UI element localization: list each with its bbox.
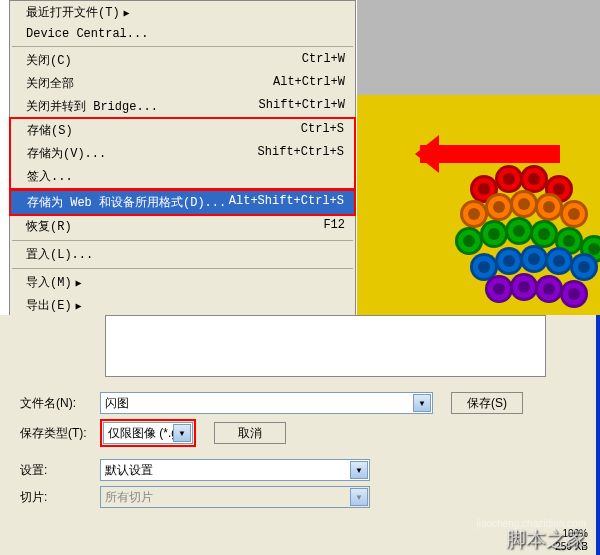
filename-value: 闪图 [105,395,129,412]
type-select[interactable]: 仅限图像 (*.gif)▼ [103,422,193,444]
label: 关闭并转到 Bridge... [26,98,158,115]
menu-close-all[interactable]: 关闭全部Alt+Ctrl+W [10,72,355,95]
menu-export[interactable]: 导出(E)▶ [10,294,355,317]
separator [12,240,353,241]
annotation-arrow-left [420,145,560,163]
shortcut: F12 [323,218,345,235]
menu-close[interactable]: 关闭(C)Ctrl+W [10,49,355,72]
menu-save-as[interactable]: 存储为(V)...Shift+Ctrl+S [11,142,354,165]
file-browser-area [105,315,546,377]
label: 关闭全部 [26,75,74,92]
label: 最近打开文件(T) [26,6,120,20]
filename-input[interactable]: 闪图▼ [100,392,433,414]
label: 关闭(C) [26,52,72,69]
dropdown-icon[interactable]: ▼ [413,394,431,412]
label: 导入(M) [26,276,72,290]
settings-value: 默认设置 [105,462,153,479]
filename-label: 文件名(N): [10,395,100,412]
slice-select: 所有切片▼ [100,486,370,508]
separator [12,46,353,47]
dropdown-icon: ▼ [350,488,368,506]
settings-label: 设置: [10,462,100,479]
shortcut: Shift+Ctrl+W [259,98,345,115]
type-label: 保存类型(T): [10,425,100,442]
slice-value: 所有切片 [105,489,153,506]
menu-place[interactable]: 置入(L)... [10,243,355,266]
shortcut: Alt+Ctrl+W [273,75,345,92]
canvas-image [357,95,600,315]
canvas-gray [357,0,600,95]
shortcut: Ctrl+W [302,52,345,69]
menu-checkin[interactable]: 签入... [11,165,354,188]
slice-label: 切片: [10,489,100,506]
label: 存储为(V)... [27,145,106,162]
menu-recent[interactable]: 最近打开文件(T)▶ [10,1,355,24]
shortcut: Shift+Ctrl+S [258,145,344,162]
menu-close-bridge[interactable]: 关闭并转到 Bridge...Shift+Ctrl+W [10,95,355,118]
menu-revert[interactable]: 恢复(R)F12 [10,215,355,238]
separator [12,268,353,269]
menu-import[interactable]: 导入(M)▶ [10,271,355,294]
menu-save-for-web[interactable]: 存储为 Web 和设备所用格式(D)...Alt+Shift+Ctrl+S [11,191,354,214]
label: 导出(E) [26,299,72,313]
menu-save[interactable]: 存储(S)Ctrl+S [11,119,354,142]
watermark: 脚本之家 [506,526,586,553]
settings-select[interactable]: 默认设置▼ [100,459,370,481]
label: 存储(S) [27,122,73,139]
dropdown-icon[interactable]: ▼ [350,461,368,479]
submenu-arrow: ▶ [76,278,82,289]
label: 存储为 Web 和设备所用格式(D)... [27,194,226,211]
save-dialog: 文件名(N): 闪图▼ 保存(S) 保存类型(T): 仅限图像 (*.gif)▼… [0,315,600,555]
submenu-arrow: ▶ [76,301,82,312]
label: 恢复(R) [26,218,72,235]
save-button[interactable]: 保存(S) [451,392,523,414]
shortcut: Ctrl+S [301,122,344,139]
shortcut: Alt+Shift+Ctrl+S [229,194,344,211]
menu-device-central[interactable]: Device Central... [10,24,355,44]
dropdown-icon[interactable]: ▼ [173,424,191,442]
cancel-button[interactable]: 取消 [214,422,286,444]
submenu-arrow: ▶ [124,8,130,19]
